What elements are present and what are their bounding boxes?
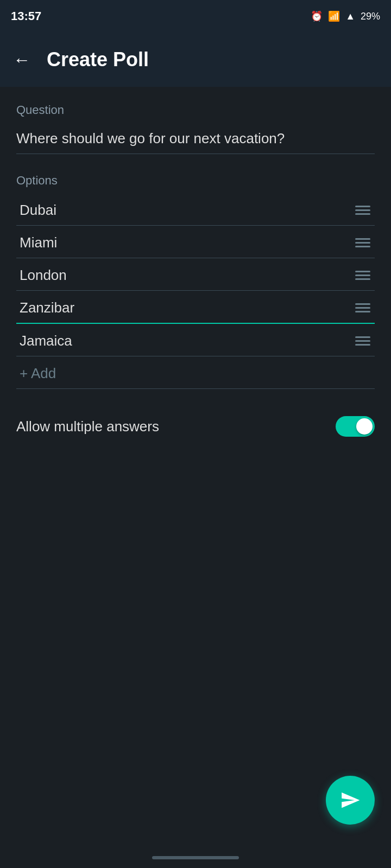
status-icons: ⏰ 📶 ▲ 29% [311, 10, 380, 22]
option-input-zanzibar[interactable] [16, 299, 351, 316]
signal-icon: ▲ [345, 11, 355, 22]
drag-handle-jamaica[interactable] [351, 334, 375, 348]
battery-text: 29% [361, 11, 380, 22]
option-row [16, 196, 375, 226]
option-input-jamaica[interactable] [16, 333, 351, 349]
alarm-icon: ⏰ [311, 10, 323, 22]
drag-handle-miami[interactable] [351, 236, 375, 250]
main-content: Question Options [0, 87, 391, 448]
option-input-london[interactable] [16, 267, 351, 284]
multiple-answers-label: Allow multiple answers [16, 418, 159, 435]
question-input[interactable] [16, 126, 375, 154]
send-icon [340, 790, 361, 810]
page-title: Create Poll [47, 48, 149, 71]
option-row-active [16, 294, 375, 324]
status-bar: 13:57 ⏰ 📶 ▲ 29% [0, 0, 391, 33]
options-section: Options [16, 174, 375, 389]
multiple-answers-toggle[interactable] [336, 416, 375, 437]
option-row [16, 261, 375, 291]
option-row [16, 229, 375, 258]
drag-handle-zanzibar[interactable] [351, 301, 375, 315]
add-option-row[interactable]: + Add [16, 360, 375, 389]
add-option-label: + Add [20, 365, 56, 382]
send-fab[interactable] [326, 776, 375, 825]
multiple-answers-row: Allow multiple answers [16, 405, 375, 448]
header: ← Create Poll [0, 33, 391, 87]
status-time: 13:57 [11, 9, 41, 23]
drag-handle-dubai[interactable] [351, 203, 375, 217]
home-bar [152, 856, 239, 859]
option-row [16, 327, 375, 356]
question-section: Question [16, 103, 375, 154]
drag-handle-london[interactable] [351, 269, 375, 282]
question-label: Question [16, 103, 375, 117]
option-input-miami[interactable] [16, 234, 351, 251]
toggle-knob [356, 418, 373, 435]
back-button[interactable]: ← [13, 50, 30, 70]
options-label: Options [16, 174, 375, 188]
wifi-icon: 📶 [328, 10, 340, 22]
option-input-dubai[interactable] [16, 202, 351, 219]
